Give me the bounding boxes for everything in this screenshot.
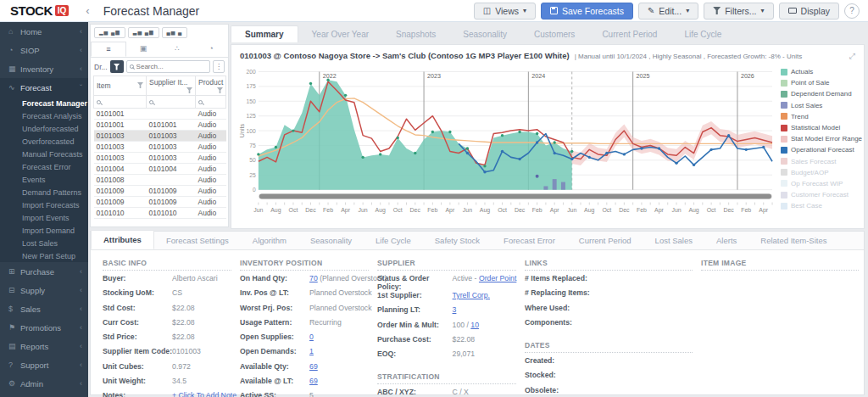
chart-preset-3-button[interactable]: ▄▅ ▄ <box>162 27 188 38</box>
legend-item-dependent-demand[interactable]: Dependent Demand <box>781 88 857 99</box>
column-filter-icon[interactable] <box>137 82 143 88</box>
sidebar-item-new-part-setup[interactable]: New Part Setup <box>0 249 88 262</box>
tab-attributes[interactable]: Attributes <box>91 230 154 249</box>
tab-life-cycle[interactable]: Life Cycle <box>670 26 735 42</box>
sidebar-item-siop[interactable]: ◔SIOP‹ <box>0 41 88 59</box>
sidebar-collapse-button[interactable]: ‹ <box>77 4 97 17</box>
view-dropdown[interactable]: Dr... <box>94 63 108 71</box>
detail-link[interactable]: 69 <box>309 362 318 371</box>
sidebar-item-import-events[interactable]: Import Events <box>0 211 88 224</box>
list-tab[interactable]: ≡ <box>91 42 126 57</box>
tab-summary[interactable]: Summary <box>231 25 298 42</box>
save-forecasts-button[interactable]: Save Forecasts <box>541 3 633 20</box>
sidebar-item-home[interactable]: ⌂Home‹ <box>0 22 88 41</box>
sidebar-item-admin[interactable]: ⚙Admin‹ <box>0 374 88 393</box>
sidebar-item-forecast-analysis[interactable]: Forecast Analysis <box>0 109 88 122</box>
hierarchy-tab[interactable]: ∴ <box>160 42 194 57</box>
legend-item-op-forecast-wip[interactable]: Op Forecast WIP <box>781 178 857 189</box>
legend-item-lost-sales[interactable]: Lost Sales <box>781 100 857 111</box>
detail-link[interactable]: 3 <box>453 305 457 314</box>
table-row[interactable]: 01010030101003Audio <box>94 142 226 153</box>
table-row[interactable]: 0101001Audio <box>94 109 226 120</box>
sidebar-item-lost-sales[interactable]: Lost Sales <box>0 237 88 249</box>
column-header-item[interactable]: Item <box>94 76 147 96</box>
tab-snapshots[interactable]: Snapshots <box>382 26 449 42</box>
column-filter-icon[interactable] <box>217 87 223 93</box>
column-search-cell[interactable] <box>147 96 196 109</box>
legend-item-stat-model-error-range[interactable]: Stat Model Error Range <box>781 133 857 144</box>
sidebar-item-underforecasted[interactable]: Underforecasted <box>0 122 88 135</box>
table-row[interactable]: 01010090101009Audio <box>94 186 226 197</box>
sidebar-item-sales[interactable]: $Sales‹ <box>0 299 88 318</box>
detail-link[interactable]: + Click To Add Note... <box>172 391 242 397</box>
tab-related-item-sites[interactable]: Related Item-Sites <box>748 232 838 249</box>
detail-link[interactable]: 0 <box>309 333 314 341</box>
sidebar-item-forecast-manager[interactable]: Forecast Manager <box>0 97 88 109</box>
detail-link[interactable]: 1 <box>309 347 314 355</box>
table-row[interactable]: 0101008Audio <box>94 175 226 186</box>
table-row[interactable]: 01010090101009Audio <box>94 197 226 208</box>
tab-seasonality[interactable]: Seasonality <box>298 232 364 249</box>
column-header-supplier-it-[interactable]: Supplier It... <box>147 76 196 96</box>
legend-item-budget-aop[interactable]: Budget/AOP <box>781 167 857 178</box>
tab-forecast-settings[interactable]: Forecast Settings <box>154 232 241 249</box>
tab-lost-sales[interactable]: Lost Sales <box>643 232 704 249</box>
detail-link[interactable]: Order Point <box>479 274 516 282</box>
detail-link[interactable]: 69 <box>309 377 318 385</box>
tab-current-period[interactable]: Current Period <box>588 26 670 42</box>
detail-link[interactable]: 10 <box>470 321 479 329</box>
more-menu-button[interactable]: ⋮ <box>213 60 225 73</box>
chart-preset-1-button[interactable]: ▂▅ ▄▆ <box>94 27 125 38</box>
views-button[interactable]: ◫ Views ▾ <box>474 3 536 20</box>
filter-button[interactable] <box>110 60 124 73</box>
filters-button[interactable]: Filters... ▾ <box>704 3 773 20</box>
legend-item-trend[interactable]: Trend <box>781 111 857 122</box>
tab-life-cycle[interactable]: Life Cycle <box>364 232 423 249</box>
help-button[interactable]: ? <box>844 3 860 19</box>
tab-algorithm[interactable]: Algorithm <box>241 232 298 249</box>
sidebar-item-import-forecasts[interactable]: Import Forecasts <box>0 198 88 211</box>
table-row[interactable]: 01010030101003Audio <box>94 131 226 142</box>
tab-customers[interactable]: Customers <box>520 26 588 42</box>
legend-item-point-of-sale[interactable]: Point of Sale <box>781 77 857 88</box>
detail-link[interactable]: Tyrell Corp. <box>453 291 490 299</box>
legend-item-customer-forecast[interactable]: Customer Forecast <box>781 189 857 200</box>
sidebar-item-reports[interactable]: ▤Reports‹ <box>0 337 88 355</box>
tab-forecast-error[interactable]: Forecast Error <box>492 232 567 249</box>
table-row[interactable]: 01010100101010Audio <box>94 208 226 219</box>
history-tab[interactable]: ◔ <box>194 42 228 57</box>
tab-alerts[interactable]: Alerts <box>704 232 748 249</box>
tab-safety-stock[interactable]: Safety Stock <box>423 232 492 249</box>
sidebar-item-import-demand[interactable]: Import Demand <box>0 224 88 237</box>
sidebar-item-inventory[interactable]: ▦Inventory‹ <box>0 59 88 78</box>
legend-item-operational-forecast[interactable]: Operational Forecast <box>781 144 857 155</box>
legend-item-actuals[interactable]: Actuals <box>781 66 857 77</box>
sidebar-item-manual-forecasts[interactable]: Manual Forecasts <box>0 148 88 160</box>
sidebar-item-events[interactable]: Events <box>0 173 88 186</box>
sidebar-item-promotions[interactable]: ⚑Promotions‹ <box>0 318 88 337</box>
table-row[interactable]: 01010030101003Audio <box>94 153 226 164</box>
sidebar-item-forecast-error[interactable]: Forecast Error <box>0 160 88 173</box>
detail-link[interactable]: 70 <box>309 274 318 282</box>
search-input[interactable] <box>136 63 196 70</box>
legend-item-best-case[interactable]: Best Case <box>781 200 857 211</box>
sidebar-item-overforecasted[interactable]: Overforecasted <box>0 135 88 148</box>
expand-chart-icon[interactable]: ⤢ <box>849 52 855 61</box>
sidebar-item-demand-patterns[interactable]: Demand Patterns <box>0 186 88 198</box>
tab-seasonality[interactable]: Seasonality <box>449 26 520 42</box>
legend-item-sales-forecast[interactable]: Sales Forecast <box>781 156 857 167</box>
column-search-cell[interactable] <box>94 96 147 109</box>
table-row[interactable]: 01010010101001Audio <box>94 120 226 131</box>
tab-current-period[interactable]: Current Period <box>567 232 643 249</box>
edit-button[interactable]: ✎ Edit... ▾ <box>638 3 698 20</box>
legend-item-statistical-model[interactable]: Statistical Model <box>781 122 857 133</box>
column-search-cell[interactable] <box>196 96 226 109</box>
tab-year-over-year[interactable]: Year Over Year <box>298 26 382 42</box>
column-filter-icon[interactable] <box>186 87 192 93</box>
chart-preset-2-button[interactable]: ▃▅ ▄▆ <box>128 27 159 38</box>
table-row[interactable]: 01010040101004Audio <box>94 164 226 175</box>
display-button[interactable]: Display <box>779 3 839 20</box>
sidebar-item-purchase[interactable]: ⊞Purchase‹ <box>0 262 88 281</box>
card-tab[interactable]: ▣ <box>126 42 160 57</box>
column-header-product[interactable]: Product <box>196 76 226 96</box>
